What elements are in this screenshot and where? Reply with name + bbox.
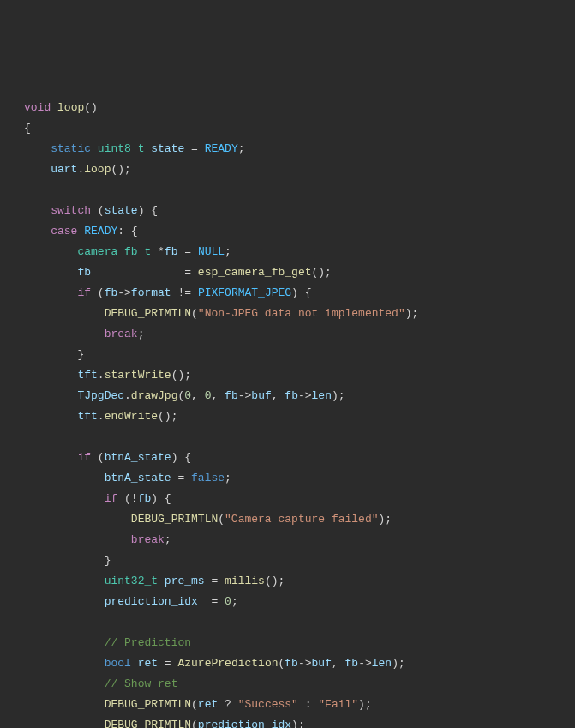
keyword: case (51, 225, 77, 238)
variable: fb (105, 286, 118, 299)
comment: // Prediction (105, 636, 191, 649)
comma: , (191, 389, 205, 402)
comma: , (212, 389, 225, 402)
string: "Camera capture failed" (225, 513, 378, 526)
eq: = (205, 575, 225, 587)
paren: ( (91, 204, 105, 217)
comma: , (272, 389, 285, 402)
function: esp_camera_fb_get (198, 266, 312, 279)
macro: DEBUG_PRIMTLN (131, 513, 218, 526)
constant: PIXFORMAT_JPEG (198, 286, 291, 299)
parens: (); (311, 266, 331, 279)
field: buf (312, 657, 332, 670)
number: 0 (225, 595, 231, 608)
paren: ); (405, 307, 419, 320)
eq: = (171, 472, 191, 484)
string: "Non-JPEG data not implemented" (198, 307, 405, 320)
object: TJpgDec (77, 389, 124, 402)
field: len (312, 389, 332, 402)
paren: ( (191, 307, 198, 320)
variable: fb (138, 492, 152, 505)
parens: (); (265, 575, 285, 587)
variable: state (105, 204, 138, 217)
dot: . (98, 369, 105, 382)
arrow: -> (298, 389, 312, 402)
field: format (131, 286, 171, 299)
dot: . (124, 389, 131, 402)
sc: ; (165, 533, 171, 546)
object: tft (77, 369, 97, 382)
method: endWrite (105, 410, 158, 423)
variable: btnA_state (105, 451, 171, 464)
string: "Success" (238, 698, 298, 711)
paren: ); (358, 698, 372, 711)
method: loop (84, 163, 111, 176)
function: millis (225, 575, 265, 587)
function-name: loop (57, 101, 84, 114)
dot: . (98, 410, 105, 423)
ternary: ? (218, 698, 237, 711)
type: camera_fb_t (77, 245, 151, 258)
macro: DEBUG_PRIMTLN (105, 719, 191, 728)
keyword: break (131, 533, 165, 546)
variable: btnA_state (105, 472, 171, 484)
variable: fb (225, 389, 238, 402)
neq: != (171, 286, 198, 299)
variable: fb (285, 389, 298, 402)
pad (91, 266, 184, 279)
object: uart (51, 163, 77, 176)
keyword: void (24, 101, 51, 114)
macro: DEBUG_PRIMTLN (105, 307, 191, 320)
arrow: -> (358, 657, 372, 670)
constant: READY (205, 142, 238, 155)
sc: ; (238, 142, 245, 155)
bool: false (191, 472, 225, 484)
field: buf (251, 389, 271, 402)
paren: ( (191, 698, 198, 711)
variable: fb (285, 657, 298, 670)
variable: prediction_idx (105, 595, 198, 608)
keyword: switch (51, 204, 91, 217)
op: = (191, 142, 198, 155)
paren: ( (91, 286, 105, 299)
variable: ret (138, 657, 158, 670)
star: * (151, 245, 165, 258)
variable: prediction_idx (198, 719, 291, 728)
paren: ) { (151, 492, 171, 505)
paren: ) { (291, 286, 311, 299)
code-block: void loop() { static uint8_t state = REA… (24, 98, 575, 728)
variable: ret (198, 698, 218, 711)
brace: } (77, 348, 84, 361)
variable: pre_ms (165, 575, 205, 587)
keyword: static (51, 142, 91, 155)
method: startWrite (105, 369, 171, 382)
method: drawJpg (131, 389, 178, 402)
paren: ) { (171, 451, 191, 464)
paren: ( (91, 451, 105, 464)
arrow: -> (298, 657, 312, 670)
paren: ) { (138, 204, 158, 217)
keyword: break (105, 328, 138, 340)
brace: { (24, 122, 31, 135)
number: 0 (184, 389, 191, 402)
paren: ); (379, 513, 392, 526)
eq: = (177, 245, 197, 258)
paren: (! (117, 492, 137, 505)
keyword: if (105, 492, 118, 505)
colon: : (298, 698, 318, 711)
type: uint8_t (98, 142, 145, 155)
paren: ); (392, 657, 405, 670)
field: len (372, 657, 392, 670)
eq: = (184, 266, 198, 279)
paren: ( (191, 719, 198, 728)
sc: ; (225, 472, 231, 484)
parens: (); (111, 163, 130, 176)
type: uint32_t (105, 575, 158, 587)
null: NULL (198, 245, 225, 258)
colon-brace: : { (117, 225, 137, 238)
sc: ; (225, 245, 231, 258)
paren: ); (291, 719, 305, 728)
keyword: if (77, 286, 91, 299)
string: "Fail" (318, 698, 358, 711)
parens: (); (171, 369, 191, 382)
